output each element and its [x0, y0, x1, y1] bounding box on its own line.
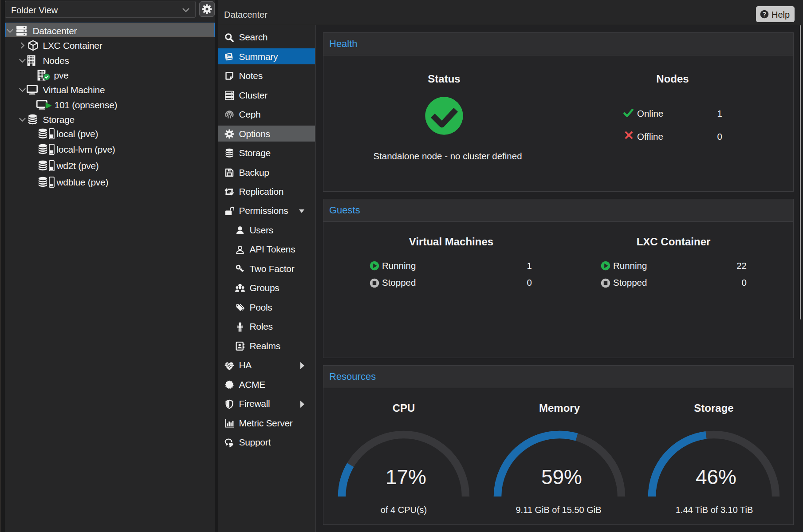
svg-text:?: ? [763, 11, 767, 18]
